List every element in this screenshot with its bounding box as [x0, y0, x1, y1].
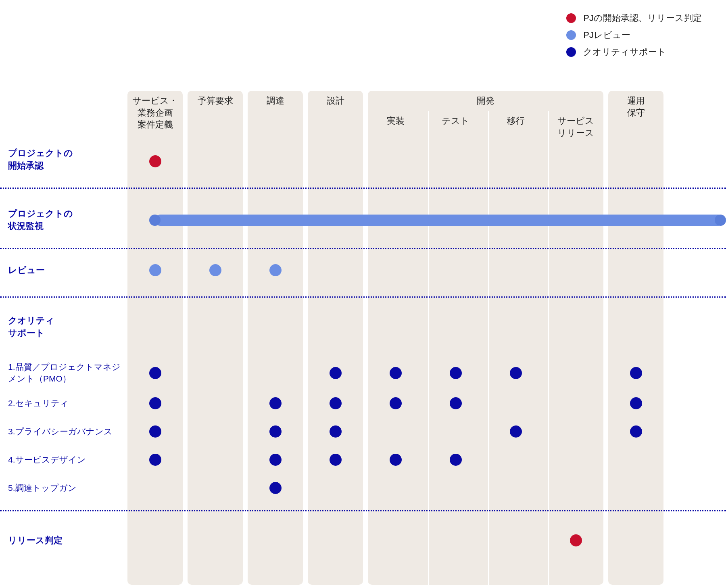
- data-dot: [269, 482, 282, 494]
- data-dot: [570, 534, 582, 546]
- dev-divider: [488, 111, 489, 585]
- row-label-q5: 5.調達トップガン: [8, 482, 121, 494]
- data-dot: [450, 454, 462, 466]
- row-label-q1: 1.品質／プロジェクトマネジメント（PMO）: [8, 361, 121, 385]
- data-dot: [330, 454, 342, 466]
- row-divider: [0, 248, 726, 249]
- subphase-header-impl: 実装: [365, 115, 426, 127]
- row-label-review: レビュー: [8, 264, 121, 277]
- row-divider: [0, 188, 726, 189]
- data-dot: [269, 425, 282, 438]
- data-dot: [330, 397, 342, 409]
- data-dot: [149, 397, 161, 409]
- data-dot: [149, 425, 161, 438]
- monitoring-bar: [155, 215, 724, 226]
- monitoring-bar-start-icon: [149, 215, 161, 226]
- legend-label: PJの開始承認、リリース判定: [583, 12, 702, 24]
- legend: PJの開始承認、リリース判定 PJレビュー クオリティサポート: [566, 12, 702, 63]
- data-dot: [209, 264, 221, 276]
- data-dot: [450, 397, 462, 409]
- data-dot: [269, 397, 282, 409]
- data-dot: [149, 367, 161, 379]
- subphase-header-test: テスト: [426, 115, 486, 127]
- row-divider: [0, 296, 726, 298]
- legend-dot-light-icon: [566, 30, 576, 40]
- phase-header-budget: 予算要求: [185, 95, 245, 107]
- data-dot: [510, 367, 522, 379]
- row-divider: [0, 510, 726, 511]
- data-dot: [390, 454, 402, 466]
- data-dot: [149, 264, 161, 276]
- row-label-quality-header: クオリティサポート: [8, 315, 121, 340]
- data-dot: [269, 264, 282, 276]
- subphase-header-migration: 移行: [486, 115, 546, 127]
- row-label-q2: 2.セキュリティ: [8, 397, 121, 409]
- row-label-q4: 4.サービスデザイン: [8, 454, 121, 465]
- data-dot: [330, 367, 342, 379]
- row-label-q3: 3.プライバシーガバナンス: [8, 425, 121, 437]
- data-dot: [510, 425, 522, 438]
- phase-header-design: 設計: [305, 95, 365, 107]
- legend-label: クオリティサポート: [583, 46, 666, 58]
- data-dot: [630, 425, 642, 438]
- phase-header-planning: サービス・業務企画案件定義: [125, 95, 185, 131]
- data-dot: [630, 397, 642, 409]
- data-dot: [149, 454, 161, 466]
- data-dot: [630, 367, 642, 379]
- data-dot: [149, 155, 161, 167]
- legend-item: クオリティサポート: [566, 46, 702, 58]
- dev-divider: [428, 111, 429, 585]
- row-label-monitoring: プロジェクトの状況監視: [8, 208, 121, 233]
- legend-dot-dark-icon: [566, 47, 576, 57]
- row-label-release-decision: リリース判定: [8, 534, 121, 547]
- data-dot: [390, 367, 402, 379]
- legend-dot-red-icon: [566, 13, 576, 23]
- subphase-header-release: サービスリリース: [546, 115, 606, 139]
- phase-header-development: 開発: [368, 95, 603, 107]
- dev-divider: [548, 111, 549, 585]
- data-dot: [330, 425, 342, 438]
- data-dot: [390, 397, 402, 409]
- data-dot: [269, 454, 282, 466]
- legend-label: PJレビュー: [583, 29, 630, 41]
- legend-item: PJの開始承認、リリース判定: [566, 12, 702, 24]
- phase-header-procurement: 調達: [245, 95, 305, 107]
- row-label-start-approval: プロジェクトの開始承認: [8, 147, 121, 172]
- monitoring-bar-end-icon: [715, 215, 726, 226]
- legend-item: PJレビュー: [566, 29, 702, 41]
- phase-header-ops: 運用保守: [606, 95, 666, 119]
- data-dot: [450, 367, 462, 379]
